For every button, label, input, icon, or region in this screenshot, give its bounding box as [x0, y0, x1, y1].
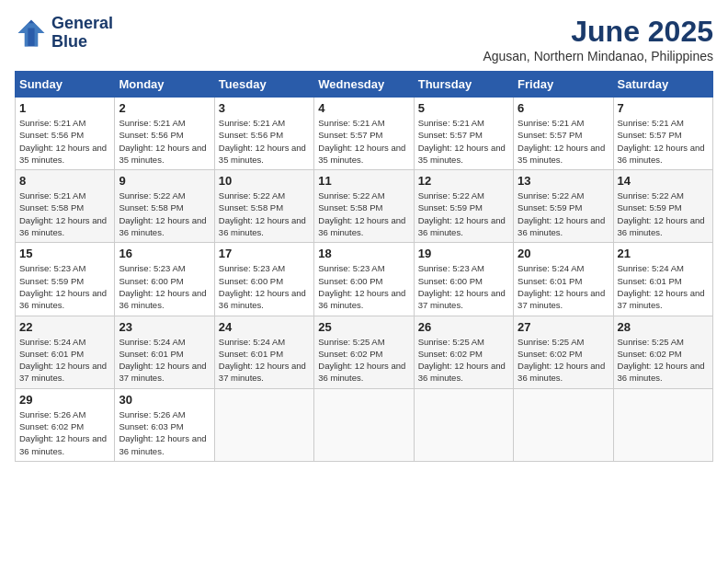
calendar-cell: 6 Sunrise: 5:21 AM Sunset: 5:57 PM Dayli…	[514, 98, 613, 170]
weekday-header-friday: Friday	[514, 72, 613, 98]
calendar-cell	[514, 388, 613, 461]
day-number: 26	[418, 320, 509, 334]
title-area: June 2025 Agusan, Northern Mindanao, Phi…	[483, 15, 713, 63]
day-info: Sunrise: 5:21 AM Sunset: 5:57 PM Dayligh…	[518, 117, 609, 166]
day-number: 9	[119, 174, 210, 188]
calendar-cell: 22 Sunrise: 5:24 AM Sunset: 6:01 PM Dayl…	[16, 316, 115, 388]
calendar-week-5: 29 Sunrise: 5:26 AM Sunset: 6:02 PM Dayl…	[16, 388, 713, 461]
calendar-cell: 13 Sunrise: 5:22 AM Sunset: 5:59 PM Dayl…	[514, 170, 613, 243]
logo-icon	[15, 17, 48, 50]
calendar-cell: 7 Sunrise: 5:21 AM Sunset: 5:57 PM Dayli…	[613, 98, 712, 170]
day-info: Sunrise: 5:26 AM Sunset: 6:02 PM Dayligh…	[19, 408, 110, 457]
weekday-header-row: SundayMondayTuesdayWednesdayThursdayFrid…	[16, 72, 713, 98]
day-info: Sunrise: 5:22 AM Sunset: 5:59 PM Dayligh…	[518, 190, 609, 238]
day-number: 2	[119, 101, 210, 115]
calendar-header: SundayMondayTuesdayWednesdayThursdayFrid…	[16, 72, 713, 98]
day-number: 16	[119, 247, 210, 260]
page-header: General Blue June 2025 Agusan, Northern …	[15, 15, 713, 63]
calendar-cell: 21 Sunrise: 5:24 AM Sunset: 6:01 PM Dayl…	[613, 243, 712, 316]
day-info: Sunrise: 5:25 AM Sunset: 6:02 PM Dayligh…	[318, 336, 409, 385]
calendar-cell: 17 Sunrise: 5:23 AM Sunset: 6:00 PM Dayl…	[214, 243, 313, 316]
day-number: 24	[219, 320, 310, 334]
day-info: Sunrise: 5:21 AM Sunset: 5:56 PM Dayligh…	[19, 117, 110, 166]
day-number: 12	[418, 174, 509, 188]
calendar-cell: 14 Sunrise: 5:22 AM Sunset: 5:59 PM Dayl…	[613, 170, 712, 243]
logo-line1: General	[51, 15, 113, 33]
day-info: Sunrise: 5:26 AM Sunset: 6:03 PM Dayligh…	[119, 408, 210, 457]
calendar-cell: 12 Sunrise: 5:22 AM Sunset: 5:59 PM Dayl…	[414, 170, 513, 243]
day-info: Sunrise: 5:25 AM Sunset: 6:02 PM Dayligh…	[618, 336, 709, 385]
day-info: Sunrise: 5:21 AM Sunset: 5:57 PM Dayligh…	[618, 117, 709, 166]
calendar-cell: 15 Sunrise: 5:23 AM Sunset: 5:59 PM Dayl…	[16, 243, 115, 316]
calendar-week-2: 8 Sunrise: 5:21 AM Sunset: 5:58 PM Dayli…	[16, 170, 713, 243]
calendar-cell: 20 Sunrise: 5:24 AM Sunset: 6:01 PM Dayl…	[514, 243, 613, 316]
day-number: 5	[418, 101, 509, 115]
calendar-table: SundayMondayTuesdayWednesdayThursdayFrid…	[15, 71, 713, 462]
day-number: 21	[618, 247, 709, 260]
month-title: June 2025	[483, 15, 713, 49]
calendar-week-1: 1 Sunrise: 5:21 AM Sunset: 5:56 PM Dayli…	[16, 98, 713, 170]
day-number: 7	[618, 101, 709, 115]
calendar-cell: 29 Sunrise: 5:26 AM Sunset: 6:02 PM Dayl…	[16, 388, 115, 461]
day-info: Sunrise: 5:23 AM Sunset: 5:59 PM Dayligh…	[19, 262, 110, 311]
calendar-cell: 19 Sunrise: 5:23 AM Sunset: 6:00 PM Dayl…	[414, 243, 513, 316]
weekday-header-sunday: Sunday	[16, 72, 115, 98]
logo: General Blue	[15, 15, 113, 52]
calendar-cell: 4 Sunrise: 5:21 AM Sunset: 5:57 PM Dayli…	[314, 98, 414, 170]
day-info: Sunrise: 5:24 AM Sunset: 6:01 PM Dayligh…	[19, 336, 110, 385]
day-info: Sunrise: 5:24 AM Sunset: 6:01 PM Dayligh…	[119, 336, 210, 385]
day-number: 1	[19, 101, 110, 115]
calendar-cell: 27 Sunrise: 5:25 AM Sunset: 6:02 PM Dayl…	[514, 316, 613, 388]
weekday-header-tuesday: Tuesday	[214, 72, 313, 98]
day-info: Sunrise: 5:24 AM Sunset: 6:01 PM Dayligh…	[518, 262, 609, 311]
calendar-cell: 8 Sunrise: 5:21 AM Sunset: 5:58 PM Dayli…	[16, 170, 115, 243]
calendar-cell: 23 Sunrise: 5:24 AM Sunset: 6:01 PM Dayl…	[115, 316, 214, 388]
calendar-cell: 9 Sunrise: 5:22 AM Sunset: 5:58 PM Dayli…	[115, 170, 214, 243]
day-number: 14	[618, 174, 709, 188]
day-info: Sunrise: 5:25 AM Sunset: 6:02 PM Dayligh…	[518, 336, 609, 385]
day-number: 29	[19, 393, 110, 407]
day-info: Sunrise: 5:23 AM Sunset: 6:00 PM Dayligh…	[219, 262, 310, 311]
weekday-header-monday: Monday	[115, 72, 214, 98]
day-info: Sunrise: 5:21 AM Sunset: 5:56 PM Dayligh…	[119, 117, 210, 166]
weekday-header-thursday: Thursday	[414, 72, 513, 98]
day-info: Sunrise: 5:21 AM Sunset: 5:57 PM Dayligh…	[318, 117, 409, 166]
calendar-week-4: 22 Sunrise: 5:24 AM Sunset: 6:01 PM Dayl…	[16, 316, 713, 388]
calendar-cell: 28 Sunrise: 5:25 AM Sunset: 6:02 PM Dayl…	[613, 316, 712, 388]
day-info: Sunrise: 5:23 AM Sunset: 6:00 PM Dayligh…	[418, 262, 509, 311]
day-info: Sunrise: 5:21 AM Sunset: 5:58 PM Dayligh…	[19, 190, 110, 238]
calendar-cell	[214, 388, 313, 461]
calendar-week-3: 15 Sunrise: 5:23 AM Sunset: 5:59 PM Dayl…	[16, 243, 713, 316]
day-info: Sunrise: 5:22 AM Sunset: 5:59 PM Dayligh…	[418, 190, 509, 238]
calendar-cell: 30 Sunrise: 5:26 AM Sunset: 6:03 PM Dayl…	[115, 388, 214, 461]
day-number: 22	[19, 320, 110, 334]
calendar-cell: 5 Sunrise: 5:21 AM Sunset: 5:57 PM Dayli…	[414, 98, 513, 170]
day-number: 23	[119, 320, 210, 334]
day-info: Sunrise: 5:21 AM Sunset: 5:56 PM Dayligh…	[219, 117, 310, 166]
day-number: 4	[318, 101, 409, 115]
day-info: Sunrise: 5:22 AM Sunset: 5:58 PM Dayligh…	[318, 190, 409, 238]
logo-line2: Blue	[51, 33, 113, 52]
day-number: 30	[119, 393, 210, 407]
day-number: 6	[518, 101, 609, 115]
day-number: 25	[318, 320, 409, 334]
day-number: 15	[19, 247, 110, 260]
day-info: Sunrise: 5:24 AM Sunset: 6:01 PM Dayligh…	[618, 262, 709, 311]
day-info: Sunrise: 5:22 AM Sunset: 5:58 PM Dayligh…	[119, 190, 210, 238]
calendar-cell: 16 Sunrise: 5:23 AM Sunset: 6:00 PM Dayl…	[115, 243, 214, 316]
day-info: Sunrise: 5:21 AM Sunset: 5:57 PM Dayligh…	[418, 117, 509, 166]
calendar-cell	[613, 388, 712, 461]
day-number: 3	[219, 101, 310, 115]
day-info: Sunrise: 5:23 AM Sunset: 6:00 PM Dayligh…	[318, 262, 409, 311]
calendar-cell: 25 Sunrise: 5:25 AM Sunset: 6:02 PM Dayl…	[314, 316, 414, 388]
day-number: 13	[518, 174, 609, 188]
weekday-header-wednesday: Wednesday	[314, 72, 414, 98]
day-info: Sunrise: 5:24 AM Sunset: 6:01 PM Dayligh…	[219, 336, 310, 385]
day-number: 20	[518, 247, 609, 260]
day-number: 18	[318, 247, 409, 260]
calendar-cell: 11 Sunrise: 5:22 AM Sunset: 5:58 PM Dayl…	[314, 170, 414, 243]
calendar-cell: 10 Sunrise: 5:22 AM Sunset: 5:58 PM Dayl…	[214, 170, 313, 243]
day-number: 28	[618, 320, 709, 334]
calendar-cell	[414, 388, 513, 461]
day-number: 19	[418, 247, 509, 260]
